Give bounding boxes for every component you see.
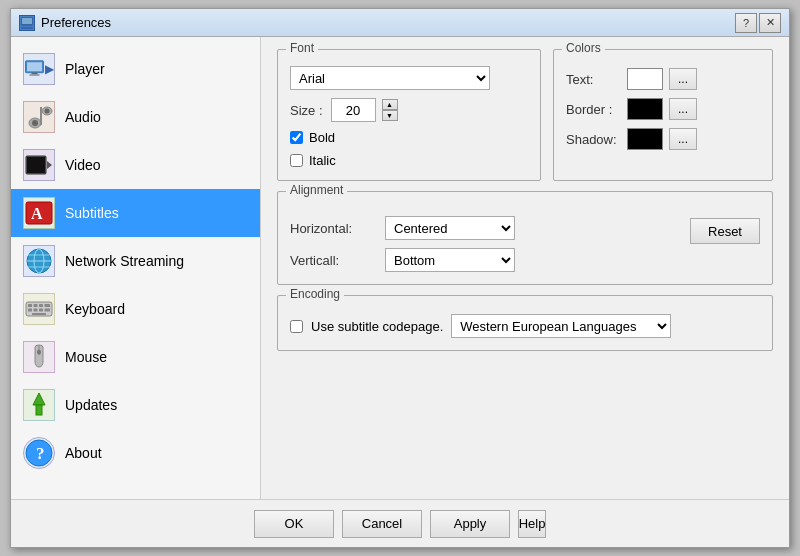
italic-checkbox[interactable] (290, 154, 303, 167)
svg-rect-2 (21, 27, 33, 29)
font-group: Font Arial Times New Roman Verdana Size … (277, 49, 541, 181)
sidebar-about-label: About (65, 445, 102, 461)
video-icon (23, 149, 55, 181)
italic-label: Italic (309, 153, 336, 168)
title-bar: Preferences ? ✕ (11, 9, 789, 37)
sidebar-audio-label: Audio (65, 109, 101, 125)
ok-button[interactable]: OK (254, 510, 334, 538)
top-row: Font Arial Times New Roman Verdana Size … (277, 49, 773, 181)
text-color-swatch[interactable] (627, 68, 663, 90)
sidebar: Player Audio (11, 37, 261, 499)
sidebar-item-network-streaming[interactable]: Network Streaming (11, 237, 260, 285)
window-title: Preferences (41, 15, 735, 30)
horizontal-row: Horizontal: Centered Left Right (290, 216, 515, 240)
svg-rect-30 (45, 309, 51, 312)
spin-down-btn[interactable]: ▼ (382, 110, 398, 121)
text-color-row: Text: ... (566, 68, 760, 90)
reset-button[interactable]: Reset (690, 218, 760, 244)
spin-up-btn[interactable]: ▲ (382, 99, 398, 110)
sidebar-mouse-label: Mouse (65, 349, 107, 365)
italic-row: Italic (290, 153, 528, 168)
shadow-color-dots-btn[interactable]: ... (669, 128, 697, 150)
text-color-dots-btn[interactable]: ... (669, 68, 697, 90)
font-select[interactable]: Arial Times New Roman Verdana (290, 66, 490, 90)
colors-group: Colors Text: ... Border : ... (553, 49, 773, 181)
vertical-row: Verticall: Bottom Top Center (290, 248, 515, 272)
svg-point-33 (37, 350, 41, 355)
bold-label: Bold (309, 130, 335, 145)
encoding-select[interactable]: Western European Languages Unicode (UTF-… (451, 314, 671, 338)
svg-rect-23 (28, 304, 32, 307)
shadow-color-label: Shadow: (566, 132, 621, 147)
use-codepage-label: Use subtitle codepage. (311, 319, 443, 334)
border-color-swatch[interactable] (627, 98, 663, 120)
sidebar-item-mouse[interactable]: Mouse (11, 333, 260, 381)
about-icon: ? (23, 437, 55, 469)
svg-rect-4 (27, 62, 42, 71)
apply-button[interactable]: Apply (430, 510, 510, 538)
size-input[interactable] (331, 98, 376, 122)
alignment-group-label: Alignment (286, 183, 347, 197)
subtitles-icon: A (23, 197, 55, 229)
font-group-label: Font (286, 41, 318, 55)
svg-point-8 (32, 120, 38, 126)
svg-rect-26 (45, 304, 51, 307)
network-icon (23, 245, 55, 277)
svg-text:?: ? (36, 444, 45, 463)
sidebar-item-keyboard[interactable]: Keyboard (11, 285, 260, 333)
help-button[interactable]: Help (518, 510, 546, 538)
monitor-icon (23, 53, 55, 85)
sidebar-item-video[interactable]: Video (11, 141, 260, 189)
close-title-btn[interactable]: ✕ (759, 13, 781, 33)
sidebar-network-label: Network Streaming (65, 253, 184, 269)
size-row: Size : ▲ ▼ (290, 98, 528, 122)
spin-buttons: ▲ ▼ (382, 99, 398, 121)
horizontal-select[interactable]: Centered Left Right (385, 216, 515, 240)
svg-rect-31 (32, 313, 46, 315)
main-panel: Font Arial Times New Roman Verdana Size … (261, 37, 789, 499)
size-label: Size : (290, 103, 323, 118)
alignment-group: Alignment Horizontal: Centered Left Righ… (277, 191, 773, 285)
svg-rect-27 (28, 309, 32, 312)
content-area: Player Audio (11, 37, 789, 499)
svg-rect-24 (34, 304, 38, 307)
use-codepage-checkbox[interactable] (290, 320, 303, 333)
sidebar-item-player[interactable]: Player (11, 45, 260, 93)
shadow-color-swatch[interactable] (627, 128, 663, 150)
svg-marker-14 (47, 161, 52, 169)
cancel-button[interactable]: Cancel (342, 510, 422, 538)
svg-rect-1 (22, 18, 32, 24)
border-color-label: Border : (566, 102, 621, 117)
bold-checkbox[interactable] (290, 131, 303, 144)
svg-rect-13 (27, 157, 45, 173)
encoding-group-label: Encoding (286, 287, 344, 301)
sidebar-item-about[interactable]: ? About (11, 429, 260, 477)
mouse-icon (23, 341, 55, 373)
sidebar-item-subtitles[interactable]: A Subtitles (11, 189, 260, 237)
text-color-label: Text: (566, 72, 621, 87)
border-color-dots-btn[interactable]: ... (669, 98, 697, 120)
vertical-select[interactable]: Bottom Top Center (385, 248, 515, 272)
app-icon (19, 15, 35, 31)
svg-rect-5 (32, 73, 38, 75)
svg-rect-29 (39, 309, 43, 312)
sidebar-video-label: Video (65, 157, 101, 173)
sidebar-item-audio[interactable]: Audio (11, 93, 260, 141)
svg-rect-35 (36, 405, 42, 415)
bold-row: Bold (290, 130, 528, 145)
title-buttons: ? ✕ (735, 13, 781, 33)
svg-rect-28 (34, 309, 38, 312)
sidebar-player-label: Player (65, 61, 105, 77)
keyboard-icon (23, 293, 55, 325)
sidebar-updates-label: Updates (65, 397, 117, 413)
updates-icon (23, 389, 55, 421)
sidebar-item-updates[interactable]: Updates (11, 381, 260, 429)
help-title-btn[interactable]: ? (735, 13, 757, 33)
preferences-window: Preferences ? ✕ Player (10, 8, 790, 548)
shadow-color-row: Shadow: ... (566, 128, 760, 150)
bottom-bar: OK Cancel Apply Help (11, 499, 789, 547)
sidebar-subtitles-label: Subtitles (65, 205, 119, 221)
vertical-label: Verticall: (290, 253, 375, 268)
svg-text:A: A (31, 205, 43, 222)
svg-rect-25 (39, 304, 43, 307)
